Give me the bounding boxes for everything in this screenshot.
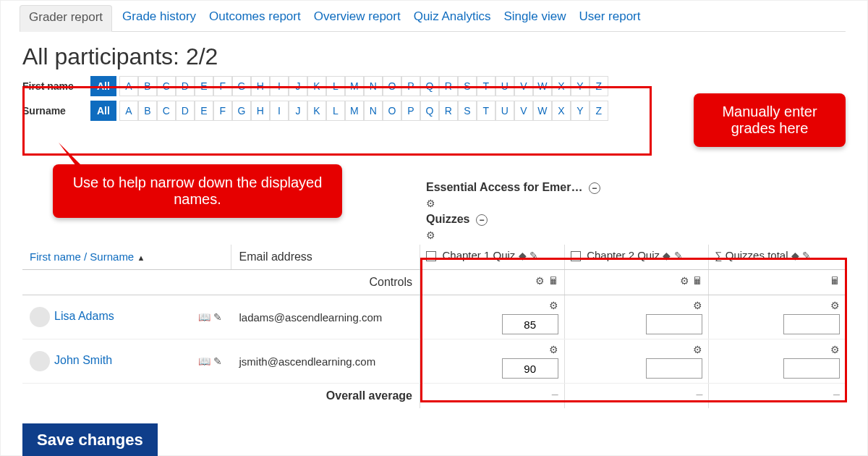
tab-grade-history[interactable]: Grade history	[122, 9, 196, 24]
annotation-filter-highlight	[22, 86, 652, 156]
grades-icon[interactable]: 📖	[198, 311, 210, 323]
edit-icon[interactable]: ✎	[213, 355, 222, 367]
edit-icon[interactable]: ✎	[213, 311, 222, 323]
report-tabs: Grader reportGrade historyOutcomes repor…	[22, 1, 846, 32]
collapse-icon[interactable]: −	[589, 182, 600, 194]
student-email: jsmith@ascendlearning.com	[231, 350, 420, 373]
sort-asc-icon[interactable]: ▲	[137, 253, 145, 262]
quizzes-category-label: Quizzes	[426, 213, 469, 225]
student-name[interactable]: John Smith	[54, 354, 112, 366]
tab-user-report[interactable]: User report	[579, 9, 640, 24]
gear-icon[interactable]: ⚙	[426, 198, 435, 209]
annotation-grades-callout-pointer	[614, 182, 701, 269]
annotation-grades-callout: Manually enter grades here	[694, 93, 846, 147]
page-title: All participants: 2/2	[22, 43, 846, 70]
col-email-header: Email address	[231, 245, 420, 269]
course-category-label: Essential Access for Emer…	[426, 181, 582, 193]
tab-quiz-analytics[interactable]: Quiz Analytics	[414, 9, 491, 24]
tab-outcomes-report[interactable]: Outcomes report	[209, 9, 301, 24]
annotation-filter-callout-text: Use to help narrow down the displayed na…	[66, 174, 329, 208]
annotation-filter-callout: Use to help narrow down the displayed na…	[53, 164, 342, 218]
tab-grader-report[interactable]: Grader report	[20, 5, 112, 32]
gear-icon[interactable]: ⚙	[426, 229, 435, 241]
student-email: ladams@ascendlearning.com	[231, 305, 420, 329]
svg-marker-1	[614, 182, 701, 269]
tab-overview-report[interactable]: Overview report	[314, 9, 401, 24]
save-button[interactable]: Save changes	[22, 423, 158, 456]
tab-single-view[interactable]: Single view	[503, 9, 566, 24]
col-name-header[interactable]: First name / Surname	[30, 250, 134, 263]
avatar	[30, 351, 50, 371]
avatar	[30, 307, 50, 327]
controls-label: Controls	[22, 270, 420, 295]
collapse-icon[interactable]: −	[476, 214, 488, 226]
annotation-grades-highlight	[420, 258, 847, 402]
student-name[interactable]: Lisa Adams	[54, 310, 114, 322]
grades-icon[interactable]: 📖	[198, 355, 210, 367]
annotation-grades-callout-text: Manually enter grades here	[707, 104, 833, 137]
overall-average-label: Overall average	[22, 384, 420, 408]
